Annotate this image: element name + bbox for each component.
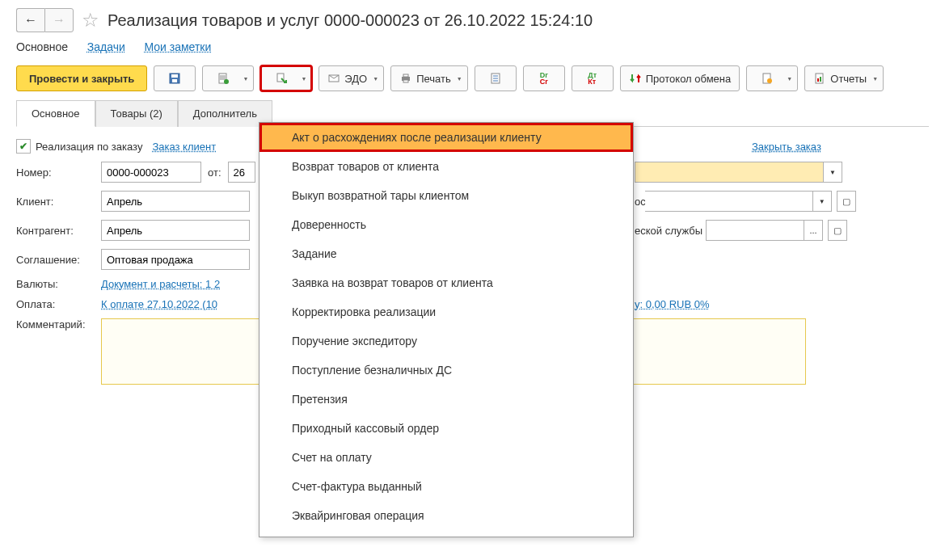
menu-item-cashless-receipt[interactable]: Поступление безналичных ДС	[259, 356, 633, 385]
number-input[interactable]	[101, 162, 201, 183]
dtcr-button[interactable]: DrCr	[523, 65, 565, 91]
payment-link[interactable]: К оплате 27.10.2022 (10	[101, 298, 217, 310]
currency-link[interactable]: Документ и расчеты: 1 2	[101, 278, 220, 290]
nav-back-button[interactable]: ←	[16, 8, 44, 32]
create-based-on-button[interactable]	[260, 65, 312, 91]
tab-main[interactable]: Основное	[16, 100, 95, 127]
svg-rect-13	[816, 74, 823, 83]
service-more-button[interactable]: ...	[804, 220, 823, 241]
post-button[interactable]	[202, 65, 254, 91]
menu-item-correction[interactable]: Корректировка реализации	[259, 297, 633, 326]
print-button[interactable]: Печать	[390, 65, 468, 91]
svg-rect-2	[172, 79, 177, 82]
by-order-checkbox[interactable]: ✔	[16, 139, 31, 154]
comment-label: Комментарий:	[16, 318, 101, 331]
warehouse-input[interactable]	[635, 162, 824, 183]
svg-point-4	[224, 79, 229, 84]
payment-right-link[interactable]: у: 0,00 RUB 0%	[635, 298, 710, 310]
svg-rect-15	[820, 77, 821, 82]
warehouse2-dropdown-icon[interactable]: ▼	[813, 191, 832, 212]
attach-button[interactable]	[746, 65, 798, 91]
svg-rect-14	[817, 78, 819, 82]
dtkt-button[interactable]: ДтКт	[572, 65, 614, 91]
menu-item-power-attorney[interactable]: Доверенность	[259, 210, 633, 239]
warehouse2-input[interactable]	[645, 191, 813, 212]
list-icon	[489, 72, 502, 85]
exchange-icon	[629, 72, 642, 85]
save-button[interactable]	[154, 65, 196, 91]
close-order-link[interactable]: Закрыть заказ	[752, 141, 821, 153]
page-title: Реализация товаров и услуг 0000-000023 о…	[108, 11, 593, 30]
nav-link-tasks[interactable]: Задачи	[87, 40, 125, 53]
service-input[interactable]	[706, 220, 804, 241]
save-icon	[168, 72, 181, 85]
currency-label: Валюты:	[16, 278, 101, 290]
create-based-on-menu: Акт о расхождениях после реализации клие…	[259, 122, 634, 405]
payment-label: Оплата:	[16, 298, 101, 310]
menu-item-buyback-container[interactable]: Выкуп возвратной тары клиентом	[259, 181, 633, 210]
svg-rect-1	[171, 74, 178, 78]
service-open-button[interactable]: ▢	[828, 220, 847, 241]
document-icon	[217, 72, 230, 85]
attach-icon	[761, 72, 774, 85]
structure-button[interactable]	[475, 65, 517, 91]
favorite-star-icon[interactable]: ☆	[82, 9, 99, 32]
client-label: Клиент:	[16, 196, 101, 208]
print-icon	[399, 72, 412, 85]
svg-rect-9	[403, 80, 408, 82]
order-link[interactable]: Заказ клиент	[152, 141, 216, 153]
date-input[interactable]	[228, 162, 255, 183]
by-order-label: Реализация по заказу	[36, 141, 142, 153]
protocol-button[interactable]: Протокол обмена	[620, 65, 740, 91]
menu-item-act-discrepancy[interactable]: Акт о расхождениях после реализации клие…	[259, 123, 633, 152]
agreement-input[interactable]	[101, 249, 250, 270]
menu-item-return-request[interactable]: Заявка на возврат товаров от клиента	[259, 268, 633, 297]
agreement-label: Соглашение:	[16, 254, 101, 266]
svg-rect-8	[403, 74, 408, 77]
nav-forward-button[interactable]: →	[44, 8, 74, 32]
menu-item-forwarder-order[interactable]: Поручение экспедитору	[259, 326, 633, 356]
warehouse-suffix: ос	[635, 196, 646, 208]
nav-link-main[interactable]: Основное	[16, 40, 68, 53]
reports-button[interactable]: Отчеты	[804, 65, 884, 91]
edo-button[interactable]: ЭДО	[319, 65, 384, 91]
from-label: от:	[208, 166, 221, 179]
menu-item-task[interactable]: Задание	[259, 239, 633, 268]
tab-goods[interactable]: Товары (2)	[95, 100, 178, 127]
counterparty-input[interactable]	[101, 220, 250, 241]
nav-link-notes[interactable]: Мои заметки	[144, 40, 211, 53]
dtcr-icon: DrCr	[540, 72, 548, 85]
svg-point-12	[767, 78, 772, 83]
menu-item-return-goods[interactable]: Возврат товаров от клиента	[259, 152, 633, 181]
counterparty-label: Контрагент:	[16, 225, 101, 237]
mail-icon	[327, 72, 340, 85]
client-input[interactable]	[101, 191, 250, 212]
dtkt-icon: ДтКт	[588, 72, 597, 85]
warehouse-dropdown-icon[interactable]: ▼	[824, 162, 842, 183]
warehouse2-open-button[interactable]: ▢	[837, 191, 856, 212]
reports-icon	[813, 72, 826, 85]
submit-close-button[interactable]: Провести и закрыть	[16, 65, 147, 91]
number-label: Номер:	[16, 166, 101, 179]
service-suffix: еской службы	[635, 225, 702, 237]
menu-item-claim[interactable]: Претензия	[259, 385, 633, 405]
new-doc-icon	[275, 72, 288, 85]
